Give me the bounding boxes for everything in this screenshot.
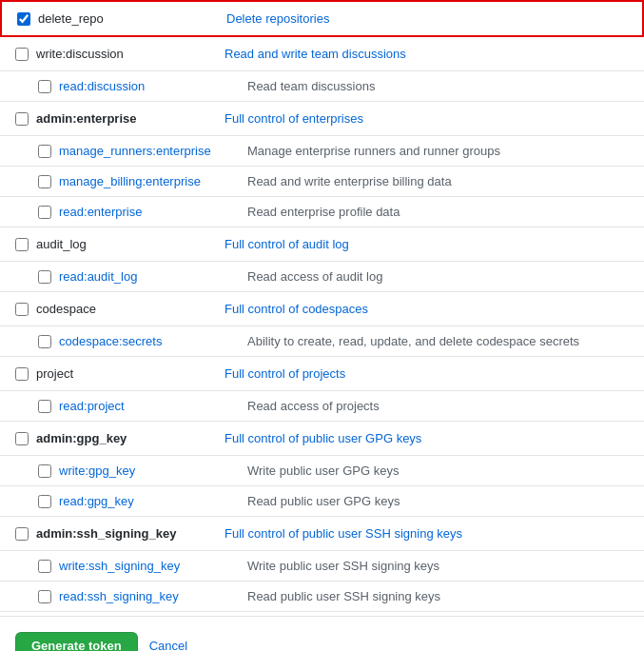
checkbox-wrap-manage_billing_enterprise: manage_billing:enterprise xyxy=(38,174,247,188)
perm-name-write_ssh_signing_key: write:ssh_signing_key xyxy=(59,559,180,573)
perm-desc-write_discussion: Read and write team discussions xyxy=(224,47,629,61)
permission-row-manage_runners_enterprise: manage_runners:enterpriseManage enterpri… xyxy=(0,136,644,167)
checkbox-read_enterprise[interactable] xyxy=(38,206,51,219)
perm-desc-audit_log: Full control of audit log xyxy=(224,237,629,251)
perm-name-read_gpg_key: read:gpg_key xyxy=(59,494,134,508)
perm-name-read_audit_log: read:audit_log xyxy=(59,269,137,284)
checkbox-codespace[interactable] xyxy=(15,303,29,316)
perm-desc-admin_gpg_key: Full control of public user GPG keys xyxy=(224,431,629,445)
permission-row-write_ssh_signing_key: write:ssh_signing_keyWrite public user S… xyxy=(0,551,644,582)
permission-row-read_enterprise: read:enterpriseRead enterprise profile d… xyxy=(0,197,644,227)
permission-row-manage_billing_enterprise: manage_billing:enterpriseRead and write … xyxy=(0,167,644,197)
checkbox-manage_billing_enterprise[interactable] xyxy=(38,175,51,188)
perm-desc-codespace: Full control of codespaces xyxy=(224,302,629,316)
checkbox-wrap-write_ssh_signing_key: write:ssh_signing_key xyxy=(38,559,247,573)
checkbox-wrap-write_gpg_key: write:gpg_key xyxy=(38,464,247,478)
perm-desc-write_gpg_key: Write public user GPG keys xyxy=(247,464,629,478)
checkbox-wrap-read_discussion: read:discussion xyxy=(38,79,247,93)
perm-desc-read_audit_log: Read access of audit log xyxy=(247,269,629,284)
checkbox-wrap-codespace_secrets: codespace:secrets xyxy=(38,334,247,348)
permission-row-read_ssh_signing_key: read:ssh_signing_keyRead public user SSH… xyxy=(0,582,644,612)
permission-row-read_discussion: read:discussionRead team discussions xyxy=(0,71,644,102)
permission-row-read_project: read:projectRead access of projects xyxy=(0,391,644,422)
checkbox-admin_enterprise[interactable] xyxy=(15,112,29,126)
perm-desc-read_ssh_signing_key: Read public user SSH signing keys xyxy=(247,589,629,603)
checkbox-wrap-project: project xyxy=(15,366,224,381)
perm-name-manage_billing_enterprise: manage_billing:enterprise xyxy=(59,174,201,188)
permission-row-admin_ssh_signing_key: admin:ssh_signing_keyFull control of pub… xyxy=(0,517,644,551)
perm-name-codespace: codespace xyxy=(36,302,96,316)
permission-row-audit_log: audit_logFull control of audit log xyxy=(0,227,644,262)
checkbox-codespace_secrets[interactable] xyxy=(38,335,51,348)
permission-row-write_gpg_key: write:gpg_keyWrite public user GPG keys xyxy=(0,456,644,486)
checkbox-write_ssh_signing_key[interactable] xyxy=(38,560,51,573)
perm-desc-codespace_secrets: Ability to create, read, update, and del… xyxy=(247,334,629,348)
checkbox-wrap-read_ssh_signing_key: read:ssh_signing_key xyxy=(38,589,247,603)
perm-name-read_enterprise: read:enterprise xyxy=(59,205,142,219)
perm-desc-manage_billing_enterprise: Read and write enterprise billing data xyxy=(247,174,629,188)
checkbox-wrap-admin_gpg_key: admin:gpg_key xyxy=(15,431,224,445)
checkbox-wrap-read_enterprise: read:enterprise xyxy=(38,205,247,219)
perm-name-audit_log: audit_log xyxy=(36,237,87,251)
perm-desc-admin_enterprise: Full control of enterprises xyxy=(224,111,629,126)
checkbox-manage_runners_enterprise[interactable] xyxy=(38,145,51,158)
perm-name-delete_repo: delete_repo xyxy=(38,11,104,26)
checkbox-wrap-admin_enterprise: admin:enterprise xyxy=(15,111,224,126)
perm-name-write_gpg_key: write:gpg_key xyxy=(59,464,135,478)
perm-name-codespace_secrets: codespace:secrets xyxy=(59,334,162,348)
generate-token-button[interactable]: Generate token xyxy=(15,632,138,651)
perm-desc-read_project: Read access of projects xyxy=(247,399,629,413)
checkbox-read_ssh_signing_key[interactable] xyxy=(38,590,51,603)
perm-name-read_ssh_signing_key: read:ssh_signing_key xyxy=(59,589,179,603)
perm-name-read_discussion: read:discussion xyxy=(59,79,145,93)
checkbox-wrap-read_audit_log: read:audit_log xyxy=(38,269,247,284)
perm-name-admin_gpg_key: admin:gpg_key xyxy=(36,431,127,445)
checkbox-wrap-read_project: read:project xyxy=(38,399,247,413)
checkbox-project[interactable] xyxy=(15,367,29,381)
checkbox-audit_log[interactable] xyxy=(15,238,29,251)
permission-row-read_audit_log: read:audit_logRead access of audit log xyxy=(0,262,644,292)
permission-row-write_discussion: write:discussionRead and write team disc… xyxy=(0,37,644,71)
perm-name-read_project: read:project xyxy=(59,399,125,413)
checkbox-wrap-audit_log: audit_log xyxy=(15,237,224,251)
checkbox-wrap-codespace: codespace xyxy=(15,302,224,316)
checkbox-read_project[interactable] xyxy=(38,400,51,413)
perm-name-manage_runners_enterprise: manage_runners:enterprise xyxy=(59,144,211,158)
checkbox-read_discussion[interactable] xyxy=(38,80,51,93)
perm-desc-admin_ssh_signing_key: Full control of public user SSH signing … xyxy=(224,526,629,541)
footer: Generate token Cancel xyxy=(0,616,644,651)
cancel-button[interactable]: Cancel xyxy=(149,639,187,651)
perm-desc-read_gpg_key: Read public user GPG keys xyxy=(247,494,629,508)
checkbox-admin_ssh_signing_key[interactable] xyxy=(15,527,29,541)
checkbox-wrap-admin_ssh_signing_key: admin:ssh_signing_key xyxy=(15,526,224,541)
perm-desc-delete_repo: Delete repositories xyxy=(226,11,627,26)
perm-name-admin_ssh_signing_key: admin:ssh_signing_key xyxy=(36,526,176,541)
perm-desc-read_discussion: Read team discussions xyxy=(247,79,629,93)
permission-row-admin_enterprise: admin:enterpriseFull control of enterpri… xyxy=(0,102,644,136)
permission-row-codespace: codespaceFull control of codespaces xyxy=(0,292,644,326)
permission-list: delete_repoDelete repositorieswrite:disc… xyxy=(0,0,644,612)
perm-desc-read_enterprise: Read enterprise profile data xyxy=(247,205,629,219)
perm-name-project: project xyxy=(36,366,73,381)
perm-name-write_discussion: write:discussion xyxy=(36,47,124,61)
perm-desc-manage_runners_enterprise: Manage enterprise runners and runner gro… xyxy=(247,144,629,158)
checkbox-wrap-delete_repo: delete_repo xyxy=(17,11,226,26)
checkbox-write_gpg_key[interactable] xyxy=(38,464,51,478)
checkbox-read_gpg_key[interactable] xyxy=(38,495,51,508)
checkbox-wrap-manage_runners_enterprise: manage_runners:enterprise xyxy=(38,144,247,158)
checkbox-admin_gpg_key[interactable] xyxy=(15,432,29,445)
perm-desc-project: Full control of projects xyxy=(224,366,629,381)
checkbox-wrap-write_discussion: write:discussion xyxy=(15,47,224,61)
checkbox-read_audit_log[interactable] xyxy=(38,270,51,284)
perm-desc-write_ssh_signing_key: Write public user SSH signing keys xyxy=(247,559,629,573)
checkbox-write_discussion[interactable] xyxy=(15,48,29,61)
permission-row-delete_repo: delete_repoDelete repositories xyxy=(0,0,644,37)
perm-name-admin_enterprise: admin:enterprise xyxy=(36,111,136,126)
permission-row-read_gpg_key: read:gpg_keyRead public user GPG keys xyxy=(0,486,644,517)
checkbox-wrap-read_gpg_key: read:gpg_key xyxy=(38,494,247,508)
permission-row-codespace_secrets: codespace:secretsAbility to create, read… xyxy=(0,326,644,357)
checkbox-delete_repo[interactable] xyxy=(17,12,30,26)
permission-row-project: projectFull control of projects xyxy=(0,357,644,391)
permission-row-admin_gpg_key: admin:gpg_keyFull control of public user… xyxy=(0,422,644,456)
